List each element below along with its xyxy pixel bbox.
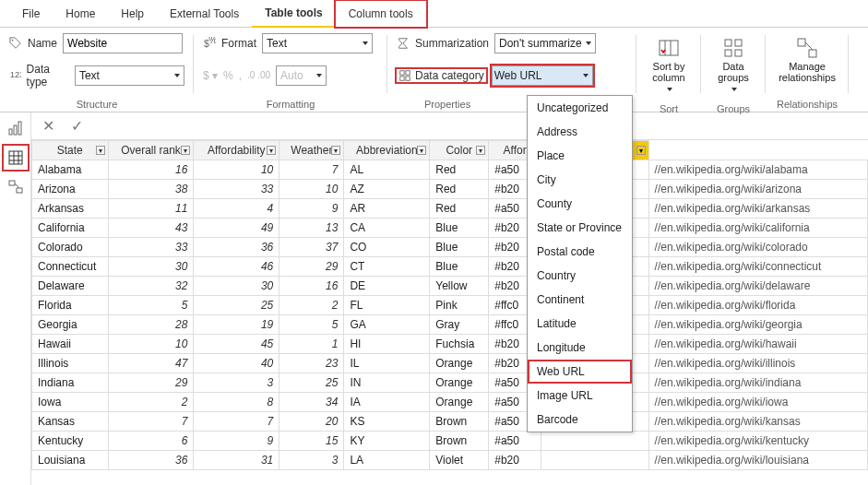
data-groups-button[interactable]: Datagroups (710, 33, 756, 98)
commit-formula-button[interactable]: ✓ (67, 117, 87, 135)
table-cell[interactable]: Blue (430, 219, 489, 238)
table-cell[interactable]: 43 (108, 219, 194, 238)
table-row[interactable]: Georgia28195GAGray#ffc0//en.wikipedia.or… (32, 315, 868, 335)
table-cell[interactable]: 2 (108, 393, 194, 412)
data-view-button[interactable] (4, 146, 28, 170)
filter-icon[interactable]: ▾ (181, 146, 190, 155)
table-cell[interactable]: Orange (430, 354, 489, 373)
tab-table-tools[interactable]: Table tools (252, 0, 335, 28)
table-cell[interactable]: AZ (344, 180, 430, 199)
table-row[interactable]: Illinois474023ILOrange#b20//en.wikipedia… (32, 354, 868, 373)
table-cell[interactable]: 32 (108, 277, 194, 296)
table-cell[interactable]: 8 (194, 393, 279, 412)
table-cell[interactable]: Brown (430, 432, 489, 451)
table-cell[interactable]: HI (344, 335, 430, 354)
table-cell[interactable]: //en.wikipedia.org/wiki/delaware (648, 277, 867, 296)
dropdown-item[interactable]: Latitude (528, 312, 632, 336)
column-header[interactable]: Weather▾ (279, 141, 344, 160)
column-header[interactable]: Color▾ (430, 141, 489, 160)
table-cell[interactable]: //en.wikipedia.org/wiki/iowa (648, 393, 867, 412)
table-cell[interactable]: Red (430, 160, 489, 180)
table-cell[interactable]: Indiana (32, 373, 109, 393)
table-cell[interactable]: Fuchsia (430, 335, 489, 354)
table-cell[interactable]: #b20 (489, 451, 541, 470)
table-cell[interactable]: //en.wikipedia.org/wiki/arizona (648, 180, 867, 199)
table-cell[interactable]: CT (344, 257, 430, 277)
table-cell[interactable]: //en.wikipedia.org/wiki/kansas (648, 412, 867, 432)
table-cell[interactable]: 30 (194, 277, 279, 296)
table-cell[interactable]: KS (344, 412, 430, 432)
table-cell[interactable]: //en.wikipedia.org/wiki/california (648, 219, 867, 238)
table-cell[interactable]: 5 (108, 296, 194, 315)
table-cell[interactable]: 5 (279, 315, 344, 335)
table-cell[interactable]: Alabama (32, 160, 109, 180)
dropdown-item[interactable]: State or Province (528, 216, 632, 240)
table-cell[interactable]: Hawaii (32, 335, 109, 354)
table-cell[interactable]: 47 (108, 354, 194, 373)
table-cell[interactable]: 38 (108, 180, 194, 199)
table-cell[interactable]: Arizona (32, 180, 109, 199)
column-header[interactable]: Overall rank▾ (108, 141, 194, 160)
tab-help[interactable]: Help (108, 1, 157, 27)
table-cell[interactable]: Illinois (32, 354, 109, 373)
table-cell[interactable]: Louisiana (32, 451, 109, 470)
table-cell[interactable]: 10 (194, 160, 279, 180)
dropdown-item[interactable]: Image URL (528, 384, 632, 408)
name-input[interactable] (63, 33, 183, 53)
column-header[interactable]: Affordability▾ (194, 141, 279, 160)
table-cell[interactable]: CO (344, 238, 430, 257)
table-cell[interactable]: 25 (194, 296, 279, 315)
table-cell[interactable]: //en.wikipedia.org/wiki/colorado (648, 238, 867, 257)
table-cell[interactable]: //en.wikipedia.org/wiki/arkansas (648, 199, 867, 219)
table-cell[interactable]: KY (344, 432, 430, 451)
table-cell[interactable]: 29 (108, 373, 194, 393)
filter-icon[interactable]: ▾ (636, 146, 646, 155)
table-cell[interactable]: 31 (194, 451, 279, 470)
table-cell[interactable]: //en.wikipedia.org/wiki/illinois (648, 354, 867, 373)
column-header[interactable]: State▾ (32, 141, 109, 160)
table-cell[interactable]: 3 (194, 373, 279, 393)
dropdown-item[interactable]: Barcode (528, 408, 632, 432)
table-cell[interactable]: 2 (279, 296, 344, 315)
table-cell[interactable]: 11 (108, 199, 194, 219)
percent-button[interactable]: % (223, 69, 233, 82)
table-cell[interactable]: 15 (279, 432, 344, 451)
table-cell[interactable]: //en.wikipedia.org/wiki/alabama (648, 160, 867, 180)
table-cell[interactable]: 28 (108, 315, 194, 335)
dropdown-item[interactable]: Web URL (528, 360, 632, 384)
table-cell[interactable]: Orange (430, 373, 489, 393)
table-cell[interactable]: 36 (108, 451, 194, 470)
table-cell[interactable]: LA (344, 451, 430, 470)
table-cell[interactable]: //en.wikipedia.org/wiki/indiana (648, 373, 867, 393)
table-cell[interactable]: 7 (279, 160, 344, 180)
table-cell[interactable]: //en.wikipedia.org/wiki/florida (648, 296, 867, 315)
table-cell[interactable]: Florida (32, 296, 109, 315)
format-select[interactable]: Text (262, 33, 373, 53)
table-cell[interactable]: Arkansas (32, 199, 109, 219)
table-cell[interactable]: GA (344, 315, 430, 335)
table-cell[interactable]: Red (430, 199, 489, 219)
table-cell[interactable]: //en.wikipedia.org/wiki/kentucky (648, 432, 867, 451)
dropdown-item[interactable]: City (528, 168, 632, 192)
table-cell[interactable]: 46 (194, 257, 279, 277)
table-cell[interactable]: Violet (430, 451, 489, 470)
table-cell[interactable]: Pink (430, 296, 489, 315)
table-row[interactable]: Alabama16107ALRed#a50//en.wikipedia.org/… (32, 160, 868, 180)
table-row[interactable]: Kentucky6915KYBrown#a50//en.wikipedia.or… (32, 432, 868, 451)
table-row[interactable]: Florida5252FLPink#ffc0//en.wikipedia.org… (32, 296, 868, 315)
table-row[interactable]: Connecticut304629CTBlue#b20//en.wikipedi… (32, 257, 868, 277)
table-cell[interactable]: //en.wikipedia.org/wiki/louisiana (648, 451, 867, 470)
table-cell[interactable]: 3 (279, 451, 344, 470)
table-cell[interactable]: IL (344, 354, 430, 373)
datacategory-select[interactable]: Web URL (492, 65, 593, 86)
datatype-select[interactable]: Text (75, 65, 184, 86)
table-cell[interactable]: FL (344, 296, 430, 315)
dropdown-item[interactable]: Continent (528, 288, 632, 312)
table-cell[interactable]: AL (344, 160, 430, 180)
column-header[interactable]: Abbreviation▾ (344, 141, 430, 160)
tab-home[interactable]: Home (53, 1, 108, 27)
table-cell[interactable]: 34 (279, 393, 344, 412)
table-cell[interactable]: California (32, 219, 109, 238)
table-cell[interactable]: 10 (279, 180, 344, 199)
sort-by-column-button[interactable]: Sort bycolumn (645, 33, 692, 98)
